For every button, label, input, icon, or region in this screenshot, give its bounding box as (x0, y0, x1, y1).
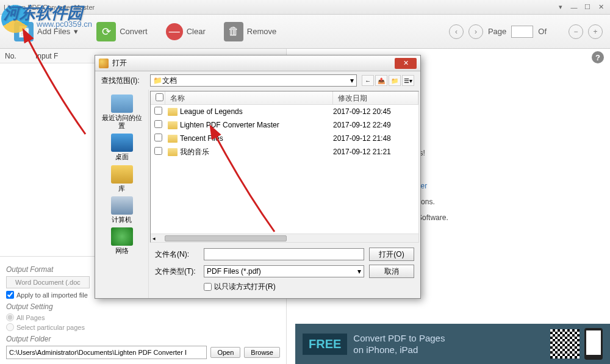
remove-icon: 🗑 (224, 22, 243, 41)
output-folder-label: Output Folder (6, 335, 280, 343)
dialog-icon (99, 59, 109, 68)
sidebar-item-recent[interactable]: 最近访问的位置 (98, 93, 146, 131)
convert-label: Convert (120, 27, 148, 36)
col-no: No. (5, 52, 35, 60)
page-input[interactable] (511, 26, 533, 38)
filename-input[interactable] (204, 248, 364, 260)
folder-icon (168, 135, 178, 143)
file-row[interactable]: Tencent Files2017-09-12 21:48 (151, 132, 418, 145)
file-row[interactable]: League of Legends2017-09-12 20:45 (151, 105, 418, 118)
select-all-checkbox[interactable] (156, 93, 163, 101)
output-folder-input[interactable] (6, 346, 207, 359)
file-checkbox[interactable] (154, 107, 162, 115)
convert-button[interactable]: ⟳ Convert (90, 19, 154, 45)
file-row[interactable]: 我的音乐2017-09-12 21:21 (151, 145, 418, 159)
lookin-combo[interactable]: 📁 文档▾ (150, 74, 357, 87)
select-pages-label: Select particular pages (16, 324, 85, 331)
folder-icon (168, 148, 178, 156)
filetype-combo[interactable]: PDF Files (*.pdf)▾ (204, 265, 364, 277)
nav-view-icon[interactable]: ☰▾ (402, 75, 414, 86)
remove-label: Remove (247, 27, 276, 36)
file-name: 我的音乐 (180, 147, 209, 157)
readonly-checkbox[interactable] (204, 283, 212, 291)
file-date: 2017-09-12 21:21 (333, 148, 418, 156)
apply-all-label: Apply to all imported file (16, 291, 88, 299)
file-date: 2017-09-12 21:48 (333, 134, 418, 143)
clear-icon: — (166, 23, 183, 40)
select-pages-radio[interactable] (6, 323, 14, 331)
network-icon (111, 227, 133, 246)
promo-banner[interactable]: FREE Convert PDF to Pageson iPhone, iPad (295, 324, 610, 364)
col-name[interactable]: 名称 (165, 91, 333, 104)
watermark-url: www.pc0359.cn (37, 20, 92, 29)
file-date: 2017-09-12 22:49 (333, 121, 418, 129)
output-format-button[interactable]: Word Document (.doc (6, 276, 90, 288)
file-name: Lighten PDF Converter Master (180, 121, 279, 129)
banner-free-badge: FREE (303, 334, 347, 355)
qr-code-icon (550, 329, 580, 359)
file-name: League of Legends (180, 107, 243, 116)
dropdown-icon[interactable]: ▾ (555, 3, 566, 12)
close-button[interactable]: ✕ (595, 3, 606, 12)
file-checkbox[interactable] (154, 134, 162, 141)
dialog-open-button[interactable]: 打开(O) (369, 248, 414, 261)
open-folder-button[interactable]: Open (210, 347, 240, 358)
zoom-in-button[interactable]: + (588, 24, 603, 39)
nav-up-icon[interactable]: 📤 (375, 75, 387, 86)
file-checkbox[interactable] (154, 147, 162, 155)
folder-icon (168, 121, 178, 129)
remove-button[interactable]: 🗑 Remove (217, 19, 283, 45)
of-label: Of (538, 27, 547, 36)
file-date: 2017-09-12 20:45 (333, 107, 418, 116)
maximize-button[interactable]: ☐ (582, 3, 593, 12)
page-label: Page (488, 27, 506, 36)
recent-icon (111, 95, 133, 113)
sidebar-item-computer[interactable]: 计算机 (110, 195, 134, 225)
nav-newfolder-icon[interactable]: 📁 (389, 75, 401, 86)
lookin-label: 查找范围(I): (101, 76, 145, 86)
file-checkbox[interactable] (154, 120, 162, 128)
next-page-button[interactable]: › (468, 24, 483, 39)
file-browser: 名称 修改日期 League of Legends2017-09-12 20:4… (150, 91, 419, 243)
dialog-title: 打开 (112, 58, 127, 68)
filename-label: 文件名(N): (155, 249, 199, 260)
computer-icon (111, 196, 133, 215)
convert-icon: ⟳ (96, 22, 116, 41)
col-date[interactable]: 修改日期 (333, 91, 418, 104)
readonly-label: 以只读方式打开(R) (214, 282, 276, 292)
file-row[interactable]: Lighten PDF Converter Master2017-09-12 2… (151, 118, 418, 132)
filetype-label: 文件类型(T): (155, 266, 199, 277)
clear-button[interactable]: — Clear (159, 20, 212, 43)
banner-text: Convert PDF to Pageson iPhone, iPad (353, 332, 545, 356)
horizontal-scrollbar[interactable]: ◂ (151, 234, 418, 242)
phone-icon (584, 328, 603, 360)
sidebar-item-library[interactable]: 库 (110, 164, 134, 194)
sidebar-item-network[interactable]: 网络 (110, 226, 134, 256)
col-input: Input F (35, 52, 58, 60)
nav-back-icon[interactable]: ← (362, 75, 374, 86)
desktop-icon (111, 134, 133, 152)
dialog-close-button[interactable]: ✕ (395, 58, 417, 69)
folder-icon (168, 108, 178, 116)
prev-page-button[interactable]: ‹ (449, 24, 464, 39)
sidebar-item-desktop[interactable]: 桌面 (110, 132, 134, 162)
dialog-titlebar: 打开 ✕ (95, 55, 420, 71)
file-open-dialog: 打开 ✕ 查找范围(I): 📁 文档▾ ← 📤 📁 ☰▾ 最近访问的位置 桌面 … (95, 55, 421, 299)
dialog-cancel-button[interactable]: 取消 (369, 265, 414, 278)
apply-all-checkbox[interactable] (6, 291, 14, 299)
zoom-out-button[interactable]: − (569, 24, 583, 39)
help-button[interactable]: ? (592, 51, 604, 63)
output-setting-label: Output Setting (6, 302, 280, 311)
minimize-button[interactable]: — (569, 3, 580, 12)
window-titlebar: Lighten PDF Converter Master ▾ — ☐ ✕ (0, 0, 610, 15)
browse-folder-button[interactable]: Browse (244, 347, 280, 358)
library-icon (111, 165, 133, 184)
file-name: Tencent Files (180, 134, 223, 143)
clear-label: Clear (187, 27, 206, 36)
all-pages-label: All Pages (16, 314, 45, 321)
all-pages-radio[interactable] (6, 313, 14, 321)
